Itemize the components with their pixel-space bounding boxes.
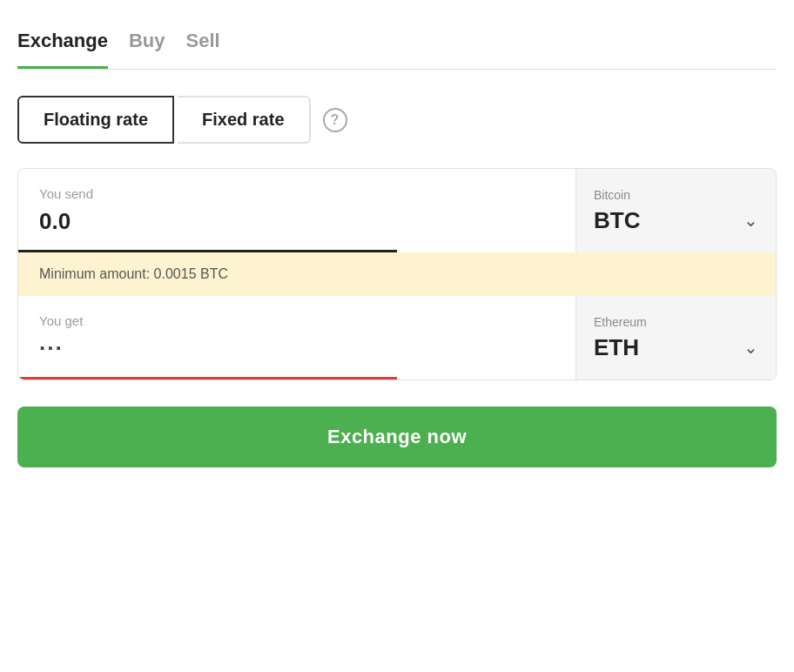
send-currency-name: Bitcoin bbox=[594, 188, 758, 202]
send-chevron-down-icon: ⌄ bbox=[744, 210, 758, 231]
get-currency-selector[interactable]: Ethereum ETH ⌄ bbox=[575, 296, 776, 380]
send-panel-inner: You send 0.0 Bitcoin BTC ⌄ bbox=[18, 169, 776, 252]
send-currency-code: BTC bbox=[594, 207, 640, 234]
get-chevron-down-icon: ⌄ bbox=[744, 337, 758, 358]
get-value: ··· bbox=[39, 335, 555, 362]
tab-bar: Exchange Buy Sell bbox=[17, 17, 777, 70]
send-currency-selector[interactable]: Bitcoin BTC ⌄ bbox=[575, 169, 776, 252]
get-label: You get bbox=[39, 313, 555, 328]
rate-toggle-group: Floating rate Fixed rate ? bbox=[17, 96, 777, 144]
get-panel: You get ··· Ethereum ETH ⌄ bbox=[18, 296, 776, 380]
tab-buy[interactable]: Buy bbox=[129, 17, 165, 69]
send-amount-area[interactable]: You send 0.0 bbox=[18, 169, 575, 252]
send-value[interactable]: 0.0 bbox=[39, 208, 555, 235]
send-currency-row: BTC ⌄ bbox=[594, 207, 758, 234]
tab-sell[interactable]: Sell bbox=[186, 17, 220, 69]
help-icon[interactable]: ? bbox=[323, 108, 347, 132]
get-currency-code: ETH bbox=[594, 334, 639, 361]
exchange-now-button[interactable]: Exchange now bbox=[17, 407, 777, 467]
get-panel-wrapper: You get ··· Ethereum ETH ⌄ bbox=[17, 296, 777, 380]
app-container: Exchange Buy Sell Floating rate Fixed ra… bbox=[17, 17, 777, 655]
send-label: You send bbox=[39, 186, 555, 201]
warning-message: Minimum amount: 0.0015 BTC bbox=[17, 252, 777, 296]
floating-rate-button[interactable]: Floating rate bbox=[17, 96, 174, 144]
send-panel-wrapper: You send 0.0 Bitcoin BTC ⌄ bbox=[17, 168, 777, 252]
fixed-rate-button[interactable]: Fixed rate bbox=[178, 96, 310, 144]
get-currency-row: ETH ⌄ bbox=[594, 334, 758, 361]
tab-exchange[interactable]: Exchange bbox=[17, 17, 108, 69]
get-amount-area: You get ··· bbox=[18, 296, 575, 380]
get-currency-name: Ethereum bbox=[594, 315, 758, 329]
